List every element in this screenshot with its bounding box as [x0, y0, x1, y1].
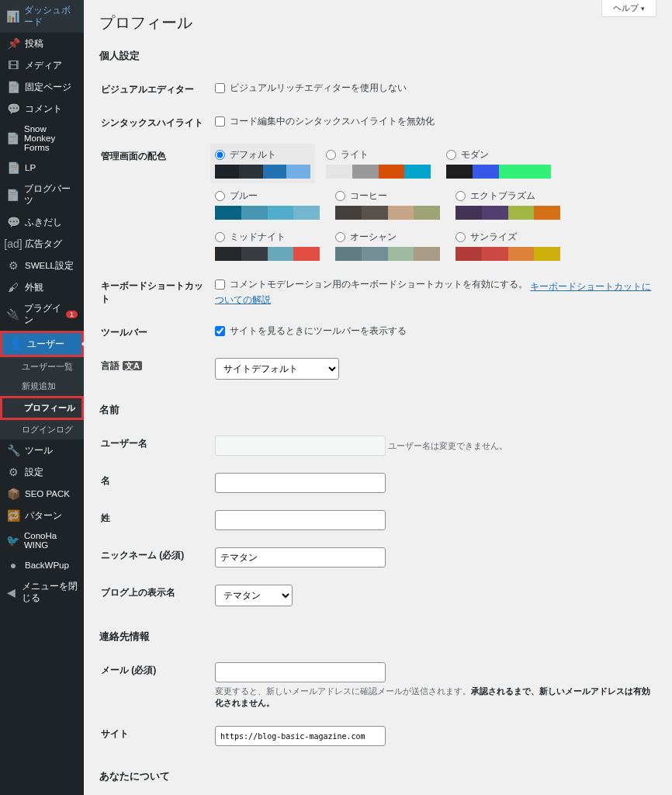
color-scheme-radio[interactable] [326, 150, 336, 160]
menu-label: ユーザー [27, 338, 64, 350]
row-website-label: サイト [101, 718, 213, 754]
color-scheme-radio[interactable] [446, 150, 456, 160]
menu-item-投稿[interactable]: 📌投稿 [0, 33, 84, 54]
color-scheme-サンライズ[interactable]: サンライズ [456, 231, 560, 261]
menu-item-広告タグ[interactable]: [ad]広告タグ [0, 233, 84, 255]
menu-item-コメント[interactable]: 💬コメント [0, 98, 84, 120]
submenu-item-プロフィール[interactable]: プロフィール [0, 396, 84, 420]
menu-icon: 👤 [9, 338, 23, 350]
submenu-item-新規追加[interactable]: 新規追加 [0, 377, 84, 396]
menu-item-設定[interactable]: ⚙設定 [0, 461, 84, 483]
menu-icon: 📦 [6, 488, 20, 500]
menu-label: プラグイン [24, 303, 63, 326]
menu-icon: 📄 [6, 81, 20, 93]
menu-item-固定ページ[interactable]: 📄固定ページ [0, 76, 84, 98]
firstname-input[interactable] [215, 473, 386, 493]
menu-item-BackWPup[interactable]: ●BackWPup [0, 554, 84, 576]
toolbar-cb-label: サイトを見るときにツールバーを表示する [230, 325, 407, 338]
row-language-label: 言語文A [101, 350, 213, 387]
toolbar-checkbox[interactable] [215, 326, 225, 336]
nickname-input[interactable] [215, 547, 386, 568]
menu-item-ブログパーツ[interactable]: 📄ブログパーツ [0, 179, 84, 211]
menu-item-パターン[interactable]: 🔁パターン [0, 505, 84, 526]
row-lastname-label: 姓 [101, 502, 213, 538]
website-input[interactable] [215, 726, 386, 746]
color-scheme-label: コーヒー [350, 189, 387, 203]
color-scheme-radio[interactable] [215, 232, 225, 242]
color-swatch [215, 165, 310, 179]
color-scheme-ブルー[interactable]: ブルー [215, 189, 320, 220]
color-scheme-radio[interactable] [335, 191, 345, 201]
menu-label: ブログパーツ [24, 183, 78, 207]
help-tab[interactable]: ヘルプ [601, 0, 656, 17]
menu-item-メディア[interactable]: 🎞メディア [0, 54, 84, 76]
color-scheme-ライト[interactable]: ライト [326, 148, 431, 179]
row-email-label: メール (必須) [101, 654, 213, 717]
submenu-item-ログインログ[interactable]: ログインログ [0, 420, 84, 439]
content-area: ヘルプ プロフィール 個人設定 ビジュアルエディター ビジュアルリッチエディター… [84, 0, 672, 795]
color-scheme-label: ライト [341, 148, 369, 161]
menu-label: 投稿 [25, 38, 43, 50]
menu-icon: [ad] [6, 238, 20, 250]
color-scheme-radio[interactable] [335, 232, 345, 242]
menu-label: ConoHa WING [24, 531, 78, 550]
submenu-item-ユーザー一覧[interactable]: ユーザー一覧 [0, 357, 84, 377]
syntax-cb-label: コード編集中のシンタックスハイライトを無効化 [230, 115, 435, 128]
color-scheme-radio[interactable] [456, 232, 466, 242]
menu-label: 広告タグ [25, 238, 62, 250]
language-select[interactable]: サイトデフォルト [215, 358, 339, 380]
menu-item-ふきだし[interactable]: 💬ふきだし [0, 211, 84, 233]
menu-icon: 💬 [6, 102, 20, 115]
row-firstname-label: 名 [101, 465, 213, 501]
email-input[interactable] [215, 662, 386, 682]
color-swatch [335, 247, 440, 261]
menu-label: メディア [25, 60, 62, 71]
menu-icon: 📊 [6, 10, 19, 23]
color-scheme-label: デフォルト [230, 148, 276, 161]
color-scheme-エクトプラズム[interactable]: エクトプラズム [456, 189, 560, 220]
color-scheme-オーシャン[interactable]: オーシャン [335, 231, 440, 261]
menu-item-メニューを閉じる[interactable]: ◀メニューを閉じる [0, 576, 84, 609]
menu-item-外観[interactable]: 🖌外観 [0, 276, 84, 298]
admin-sidebar: 📊ダッシュボード📌投稿🎞メディア📄固定ページ💬コメント📄Snow Monkey … [0, 0, 84, 795]
email-desc: 変更すると、新しいメールアドレスに確認メールが送信されます。承認されるまで、新し… [215, 686, 655, 709]
menu-label: BackWPup [25, 561, 69, 570]
color-scheme-デフォルト[interactable]: デフォルト [210, 144, 315, 183]
menu-label: パターン [25, 510, 62, 522]
syntax-checkbox[interactable] [215, 116, 225, 127]
menu-label: Snow Monkey Forms [24, 124, 78, 152]
menu-label: LP [25, 163, 36, 172]
menu-item-ユーザー[interactable]: 👤ユーザー [0, 331, 84, 357]
color-scheme-radio[interactable] [215, 150, 225, 160]
menu-item-ダッシュボード[interactable]: 📊ダッシュボード [0, 0, 84, 33]
color-scheme-モダン[interactable]: モダン [446, 148, 551, 179]
menu-item-LP[interactable]: 📄LP [0, 157, 84, 179]
section-personal: 個人設定 [99, 49, 656, 63]
displayname-select[interactable]: テマタン [215, 585, 293, 606]
color-scheme-radio[interactable] [215, 191, 225, 201]
color-scheme-radio[interactable] [456, 191, 466, 201]
lastname-input[interactable] [215, 510, 386, 530]
menu-icon: 🖌 [6, 281, 20, 293]
menu-item-SEO PACK[interactable]: 📦SEO PACK [0, 483, 84, 505]
menu-item-プラグイン[interactable]: 🔌プラグイン1 [0, 298, 84, 331]
color-scheme-label: ブルー [230, 189, 258, 203]
menu-item-ConoHa WING[interactable]: 🐦ConoHa WING [0, 526, 84, 554]
color-scheme-ミッドナイト[interactable]: ミッドナイト [215, 231, 320, 261]
visual-editor-checkbox[interactable] [215, 83, 225, 93]
color-scheme-コーヒー[interactable]: コーヒー [335, 189, 440, 220]
update-badge: 1 [66, 311, 78, 318]
menu-item-ツール[interactable]: 🔧ツール [0, 439, 84, 461]
color-swatch [335, 206, 440, 220]
menu-label: 固定ページ [25, 82, 71, 93]
menu-icon: 🎞 [6, 59, 20, 71]
visual-editor-cb-label: ビジュアルリッチエディターを使用しない [230, 82, 407, 95]
section-about: あなたについて [99, 769, 656, 783]
page-title: プロフィール [99, 12, 656, 33]
menu-item-Snow Monkey Forms[interactable]: 📄Snow Monkey Forms [0, 120, 84, 157]
menu-label: 設定 [25, 467, 43, 478]
menu-icon: ◀ [6, 586, 17, 599]
keyboard-checkbox[interactable] [215, 279, 225, 290]
menu-label: コメント [25, 103, 62, 115]
menu-item-SWELL設定[interactable]: ⚙SWELL設定 [0, 255, 84, 276]
